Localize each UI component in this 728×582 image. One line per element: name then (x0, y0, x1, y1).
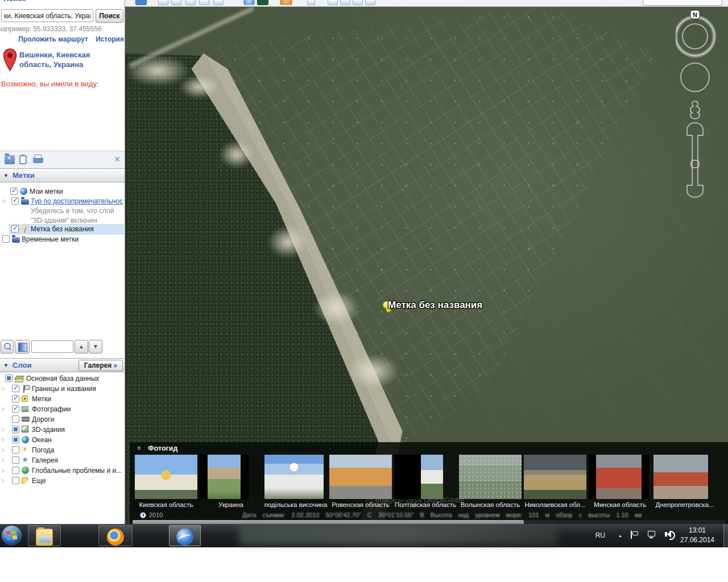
expander-icon[interactable] (2, 406, 5, 411)
add-path-icon[interactable] (185, 0, 196, 5)
expander-icon[interactable] (2, 447, 5, 452)
print-icon[interactable] (33, 157, 43, 163)
copy-icon[interactable] (19, 155, 27, 164)
checkbox[interactable] (12, 405, 19, 413)
layer-label[interactable]: Фотографии (32, 405, 71, 413)
language-indicator[interactable]: RU (595, 531, 605, 539)
search-input[interactable] (1, 9, 93, 22)
layers-panel-header[interactable]: Слои Галерея » (0, 358, 125, 372)
search-places-icon[interactable] (1, 340, 14, 354)
photo-thumbnail[interactable] (524, 455, 586, 499)
taskbar-button-firefox[interactable] (98, 525, 133, 546)
photo-label[interactable]: Волынская область (458, 501, 522, 508)
places-item-label[interactable]: Временные метки (22, 235, 78, 243)
view-in-maps-icon[interactable] (365, 0, 375, 5)
map-viewport[interactable]: Метка без названия N Фотогид Image © 201… (125, 7, 728, 524)
layer-label[interactable]: Погода (32, 446, 55, 454)
placemark-label[interactable]: Метка без названия (388, 300, 482, 311)
find-next-button[interactable]: ▼ (89, 340, 102, 354)
historical-imagery-icon[interactable] (243, 0, 255, 5)
checkbox[interactable] (10, 188, 18, 195)
planets-icon[interactable] (280, 0, 292, 5)
search-button[interactable]: Поиск (96, 9, 123, 23)
bottom-scroll-thumb[interactable] (133, 520, 524, 524)
checkbox[interactable] (11, 197, 19, 205)
expander-icon[interactable] (2, 386, 5, 391)
gallery-button[interactable]: Галерея » (78, 360, 123, 371)
layer-label[interactable]: Метки (32, 395, 51, 403)
add-polygon-icon[interactable] (171, 0, 181, 5)
checkbox[interactable] (12, 415, 19, 423)
photo-label[interactable]: Ровенская область (329, 501, 392, 508)
layer-label[interactable]: Границы и названия (32, 385, 96, 393)
email-icon[interactable] (328, 0, 338, 5)
action-center-flag-icon[interactable] (632, 531, 638, 535)
layer-label[interactable]: 3D-здания (32, 426, 65, 434)
places-item-label[interactable]: Тур по достопримечательнос (31, 197, 123, 205)
places-item-label[interactable]: Метка без названия (31, 225, 94, 233)
historical-clock-icon[interactable] (140, 512, 146, 518)
photo-label[interactable]: Николаевская обл... (523, 501, 587, 508)
expander-icon[interactable] (2, 458, 5, 463)
checkbox[interactable] (12, 436, 19, 443)
taskbar-button-explorer[interactable] (28, 525, 61, 546)
checkbox[interactable] (12, 395, 19, 402)
checkbox[interactable] (12, 426, 19, 433)
collapse-triangle-icon[interactable] (3, 173, 9, 178)
layer-label[interactable]: Океан (32, 436, 52, 444)
clear-search-icon[interactable] (15, 340, 30, 354)
checkbox[interactable] (11, 225, 19, 232)
photo-label[interactable]: Киевская область (134, 501, 198, 508)
print-map-icon[interactable] (340, 0, 350, 5)
sunlight-icon[interactable] (257, 0, 268, 5)
photo-label[interactable]: Полтавская область (394, 501, 457, 508)
toggle-sidebar-icon[interactable] (135, 0, 147, 5)
expander-icon[interactable] (2, 478, 5, 483)
photo-thumbnail[interactable] (459, 455, 522, 499)
layer-label[interactable]: Глобальные проблемы и и... (32, 467, 122, 475)
ruler-icon[interactable] (307, 0, 315, 5)
expander-icon[interactable] (2, 437, 5, 442)
photo-label[interactable]: подільська височина (264, 501, 328, 508)
bottom-scroll-track[interactable] (133, 520, 725, 524)
photo-thumbnail[interactable] (329, 455, 392, 499)
places-search-input[interactable] (31, 340, 73, 353)
checkbox[interactable] (5, 375, 13, 382)
show-desktop-button[interactable] (723, 524, 728, 547)
start-button[interactable] (2, 526, 22, 546)
photo-thumbnail[interactable] (589, 455, 649, 499)
volume-icon[interactable] (667, 531, 671, 538)
layer-label[interactable]: Еще (32, 477, 46, 485)
add-folder-icon[interactable] (5, 155, 15, 164)
find-previous-button[interactable]: ▲ (75, 340, 88, 354)
show-hidden-icons[interactable] (618, 534, 622, 538)
navigation-controls[interactable]: N (676, 9, 717, 214)
save-image-icon[interactable] (353, 0, 363, 5)
collapse-triangle-icon[interactable] (3, 363, 9, 368)
photo-thumbnail[interactable] (394, 455, 443, 499)
search-result[interactable]: Вишенки, Киевская область, Украина (19, 50, 90, 69)
places-panel-header[interactable]: Метки (0, 168, 125, 182)
network-icon[interactable] (648, 531, 655, 537)
expander-icon[interactable] (2, 427, 5, 432)
route-link[interactable]: Проложить маршрут (18, 35, 88, 43)
checkbox[interactable] (12, 456, 19, 464)
expander-icon[interactable] (2, 468, 5, 473)
history-link[interactable]: История (96, 35, 124, 43)
expander-icon[interactable] (3, 198, 6, 203)
photo-thumbnail[interactable] (200, 455, 249, 499)
record-tour-icon[interactable] (213, 0, 224, 5)
collapse-strip-icon[interactable] (134, 446, 143, 450)
checkbox[interactable] (2, 235, 10, 243)
photo-label[interactable]: Украина (199, 501, 263, 508)
layer-label[interactable]: Дороги (32, 415, 54, 423)
add-overlay-icon[interactable] (199, 0, 209, 5)
photo-thumbnail[interactable] (264, 455, 324, 499)
checkbox[interactable] (12, 467, 19, 474)
layer-label[interactable]: Галерея (32, 456, 58, 464)
photo-thumbnail[interactable] (653, 455, 708, 499)
clock[interactable]: 13:01 27.06.2014 (675, 526, 720, 545)
checkbox[interactable] (12, 385, 19, 392)
add-placemark-icon[interactable] (158, 0, 168, 5)
layer-label[interactable]: Основная база данных (26, 375, 99, 383)
